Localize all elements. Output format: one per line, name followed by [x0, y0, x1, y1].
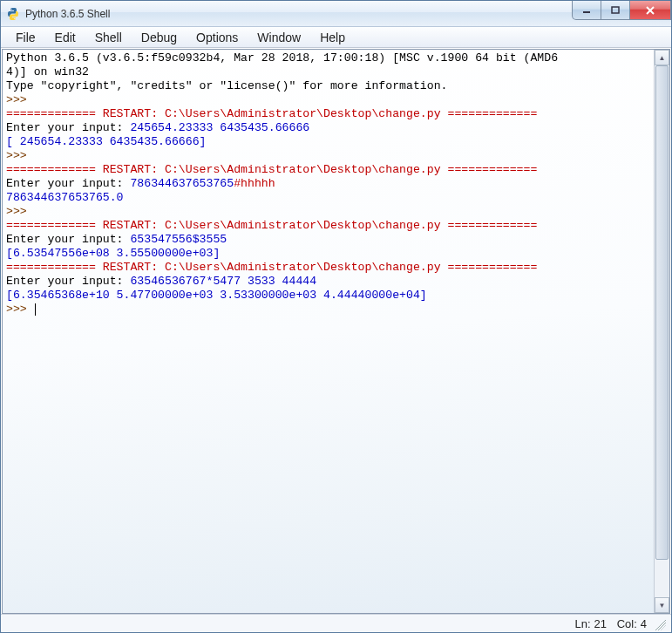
- user-input: 245654.23333 6435435.66666: [130, 121, 309, 134]
- svg-rect-3: [612, 7, 619, 13]
- user-input: 63546536767*5477 3533 44444: [130, 275, 316, 288]
- shell-line: Type "copyright", "credits" or "license(…: [6, 79, 447, 92]
- shell-prompt: >>>: [6, 93, 34, 106]
- shell-line: 4)] on win32: [6, 65, 89, 78]
- user-input-extra: #hhhhh: [234, 177, 275, 190]
- resize-grip[interactable]: [654, 618, 666, 630]
- restart-banner: ============= RESTART: C:\Users\Administ…: [6, 219, 537, 232]
- menu-shell[interactable]: Shell: [87, 29, 130, 46]
- scroll-thumb[interactable]: [655, 65, 669, 560]
- svg-point-0: [10, 8, 11, 9]
- user-input: 653547556$3555: [130, 233, 227, 246]
- shell-prompt: >>>: [6, 205, 34, 218]
- status-col-value: 4: [641, 617, 647, 630]
- status-col-label: Col:: [617, 617, 637, 630]
- maximize-button[interactable]: [601, 1, 630, 20]
- menu-window[interactable]: Window: [249, 29, 309, 46]
- user-input: 786344637653765: [130, 177, 234, 190]
- shell-text[interactable]: Python 3.6.5 (v3.6.5:f59c0932b4, Mar 28 …: [3, 50, 654, 613]
- input-label: Enter your input:: [6, 177, 130, 190]
- menu-help[interactable]: Help: [312, 29, 353, 46]
- svg-point-1: [14, 17, 15, 18]
- input-label: Enter your input:: [6, 233, 130, 246]
- restart-banner: ============= RESTART: C:\Users\Administ…: [6, 163, 537, 176]
- status-ln-value: 21: [594, 617, 607, 630]
- input-label: Enter your input:: [6, 121, 130, 134]
- python-icon: [6, 7, 20, 21]
- status-bar: Ln: 21 Col: 4: [1, 614, 671, 633]
- restart-banner: ============= RESTART: C:\Users\Administ…: [6, 107, 537, 120]
- input-label: Enter your input:: [6, 275, 130, 288]
- minimize-button[interactable]: [572, 1, 601, 20]
- close-button[interactable]: [629, 1, 671, 20]
- menu-options[interactable]: Options: [188, 29, 246, 46]
- scroll-down-button[interactable]: ▼: [655, 597, 669, 613]
- title-bar: Python 3.6.5 Shell: [1, 1, 671, 27]
- output-line: [6.35465368e+10 5.47700000e+03 3.5330000…: [6, 289, 427, 302]
- output-line: [ 245654.23333 6435435.66666]: [6, 135, 207, 148]
- menu-bar: File Edit Shell Debug Options Window Hel…: [1, 27, 671, 48]
- scroll-track[interactable]: [655, 65, 669, 597]
- status-ln-label: Ln:: [574, 617, 590, 630]
- menu-debug[interactable]: Debug: [133, 29, 185, 46]
- window-controls: [573, 1, 671, 20]
- window-title: Python 3.6.5 Shell: [25, 8, 110, 20]
- shell-prompt: >>>: [6, 303, 34, 316]
- vertical-scrollbar[interactable]: ▲ ▼: [654, 50, 669, 613]
- editor-area: Python 3.6.5 (v3.6.5:f59c0932b4, Mar 28 …: [2, 49, 670, 614]
- shell-prompt: >>>: [6, 149, 34, 162]
- menu-edit[interactable]: Edit: [47, 29, 84, 46]
- shell-line: Python 3.6.5 (v3.6.5:f59c0932b4, Mar 28 …: [6, 51, 558, 65]
- scroll-up-button[interactable]: ▲: [655, 50, 669, 65]
- text-cursor: [35, 303, 36, 316]
- output-line: 786344637653765.0: [6, 191, 124, 204]
- restart-banner: ============= RESTART: C:\Users\Administ…: [6, 261, 537, 274]
- output-line: [6.53547556e+08 3.55500000e+03]: [6, 247, 220, 260]
- menu-file[interactable]: File: [8, 29, 44, 46]
